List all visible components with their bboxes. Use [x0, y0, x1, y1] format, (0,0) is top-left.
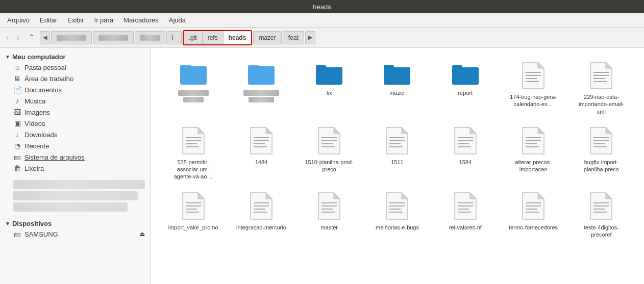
sidebar-item-desktop[interactable]: 🖥 Área de trabalho — [0, 73, 150, 84]
sidebar-item-personal[interactable]: ⌂ Pasta pessoal — [0, 62, 150, 73]
file-item-bugfix[interactable]: bugfix-import-planilha-preco — [569, 123, 634, 184]
menu-editar[interactable]: Editar — [36, 15, 61, 25]
file-item-integracao[interactable]: integracao-mercurio — [229, 189, 293, 242]
file-item-229[interactable]: 229-nao-esta-importando-email-xml — [569, 58, 634, 118]
svg-rect-2 — [180, 66, 207, 84]
breadcrumb-heads[interactable]: heads — [224, 31, 252, 44]
blurred-label-1b — [183, 97, 204, 102]
svg-marker-70 — [198, 193, 204, 199]
sidebar-item-videos[interactable]: ▣ Vídeos — [0, 118, 150, 129]
sidebar-item-documents[interactable]: 📄 Documentos — [0, 84, 150, 95]
menu-arquivo[interactable]: Arquivo — [3, 15, 34, 25]
doc-icon-master — [317, 192, 341, 222]
sidebar-personal-label: Pasta pessoal — [24, 64, 66, 71]
breadcrumb-blurred-3[interactable] — [135, 31, 165, 44]
breadcrumb-scroll-left[interactable]: ◀ — [40, 31, 50, 44]
svg-rect-8 — [316, 67, 342, 84]
file-item-1584[interactable]: 1584 — [433, 123, 498, 184]
menu-ir-para[interactable]: Ir para — [90, 15, 118, 25]
sidebar-item-music[interactable]: ♪ Música — [0, 95, 150, 107]
doc-icon-integracao — [250, 192, 273, 222]
file-item-melhorias[interactable]: melhorias-e-bugs — [365, 189, 430, 242]
file-item-blurred-2[interactable] — [229, 58, 293, 118]
titlebar: heads — [0, 0, 644, 13]
breadcrumb-feat[interactable]: feat — [283, 31, 304, 44]
sidebar-item-trash[interactable]: 🗑 Lixeira — [0, 163, 150, 174]
toolbar: ‹ › ⌃ ◀ i .git refs heads mazer feat ▶ — [0, 28, 644, 48]
svg-marker-64 — [606, 127, 612, 134]
breadcrumb-scroll-right[interactable]: ▶ — [305, 31, 315, 44]
file-item-master[interactable]: master — [297, 189, 362, 242]
file-item-import-valor[interactable]: import_valor_promo — [161, 189, 226, 242]
folder-icon-report — [451, 61, 480, 87]
file-label-integracao: integracao-mercurio — [236, 224, 286, 231]
downloads-icon: ↓ — [13, 131, 21, 139]
svg-marker-76 — [266, 193, 272, 199]
file-item-535[interactable]: 535-permitir-associar-um-agente-va-ao… — [161, 123, 226, 184]
up-button[interactable]: ⌃ — [25, 31, 38, 44]
file-item-report[interactable]: report — [433, 58, 498, 118]
sidebar-item-samsung[interactable]: 🖴 SAMSUNG ⏏ — [0, 228, 150, 240]
menu-marcadores[interactable]: Marcadores — [119, 15, 163, 25]
sidebar-images-label: Imagens — [24, 109, 50, 116]
folder-icon-blurred-1 — [179, 61, 208, 87]
svg-marker-22 — [606, 62, 612, 68]
svg-marker-88 — [402, 193, 408, 199]
file-label-mazer: mazer — [389, 89, 405, 96]
sidebar-documents-label: Documentos — [24, 86, 62, 94]
menu-ajuda[interactable]: Ajuda — [165, 15, 190, 25]
file-item-1510[interactable]: 1510-planilha-prod-preco — [297, 123, 362, 184]
documents-icon: 📄 — [13, 86, 21, 94]
sidebar-videos-label: Vídeos — [24, 120, 45, 127]
breadcrumb-refs[interactable]: refs — [203, 31, 224, 44]
file-label-master: master — [320, 224, 338, 231]
folder-icon-mazer — [383, 61, 411, 87]
file-item-174[interactable]: 174-bug-nao-gera-calendario-es… — [501, 58, 565, 118]
doc-icon-535 — [182, 126, 205, 157]
file-item-1511[interactable]: 1511 — [365, 123, 430, 184]
doc-icon-melhorias — [385, 192, 409, 222]
file-item-termo[interactable]: termo-fornecedores — [501, 189, 565, 242]
sidebar-item-recent[interactable]: ◔ Recente — [0, 140, 150, 151]
back-button[interactable]: ‹ — [3, 31, 12, 44]
breadcrumb-git[interactable]: .git — [184, 31, 203, 44]
main-area: ▼ Meu computador ⌂ Pasta pessoal 🖥 Área … — [0, 48, 644, 284]
file-label-229: 229-nao-esta-importando-email-xml — [576, 93, 627, 115]
sidebar-downloads-label: Downloads — [24, 131, 57, 139]
filesystem-icon: 🖴 — [13, 153, 21, 161]
videos-icon: ▣ — [13, 119, 21, 127]
sidebar-item-downloads[interactable]: ↓ Downloads — [0, 129, 150, 140]
file-item-teste[interactable]: teste-4digitos-precoref — [569, 189, 634, 242]
file-label-rel-valores: rel-valores-nf — [449, 224, 482, 231]
breadcrumb-sep[interactable]: i — [166, 31, 182, 44]
breadcrumb-blurred-1[interactable] — [51, 31, 92, 44]
sidebar-blurred-1 — [13, 180, 145, 189]
file-item-1484[interactable]: 1484 — [229, 123, 293, 184]
file-label-1484: 1484 — [255, 159, 267, 166]
sidebar-section-my-computer[interactable]: ▼ Meu computador — [0, 51, 150, 62]
sidebar-divider-2 — [0, 214, 150, 218]
svg-marker-82 — [334, 193, 340, 199]
doc-icon-174 — [522, 61, 545, 91]
breadcrumb-mazer[interactable]: mazer — [253, 31, 281, 44]
doc-icon-import-valor — [182, 192, 205, 222]
svg-marker-106 — [606, 193, 612, 199]
file-item-alterar[interactable]: alterar-precos-importacao — [501, 123, 565, 184]
file-item-rel-valores[interactable]: rel-valores-nf — [433, 189, 498, 242]
sidebar-section-devices[interactable]: ▼ Dispositivos — [0, 218, 150, 228]
sidebar-item-images[interactable]: 🖼 Imagens — [0, 107, 150, 118]
file-label-1510: 1510-planilha-prod-preco — [304, 159, 355, 173]
sidebar-item-filesystem[interactable]: 🖴 Sistema de arquivos — [0, 151, 150, 163]
sidebar-blurred-3 — [13, 202, 128, 212]
eject-icon[interactable]: ⏏ — [139, 230, 145, 238]
doc-icon-rel-valores — [454, 192, 477, 222]
forward-button[interactable]: › — [14, 31, 22, 44]
menu-exibir[interactable]: Exibir — [63, 15, 88, 25]
file-label-alterar: alterar-precos-importacao — [508, 159, 559, 173]
file-item-mazer[interactable]: mazer — [365, 58, 430, 118]
file-label-report: report — [458, 89, 473, 96]
breadcrumb-blurred-2[interactable] — [93, 31, 134, 44]
file-item-fix[interactable]: fix — [297, 58, 362, 118]
file-item-blurred-1[interactable] — [161, 58, 226, 118]
svg-marker-58 — [538, 127, 544, 134]
